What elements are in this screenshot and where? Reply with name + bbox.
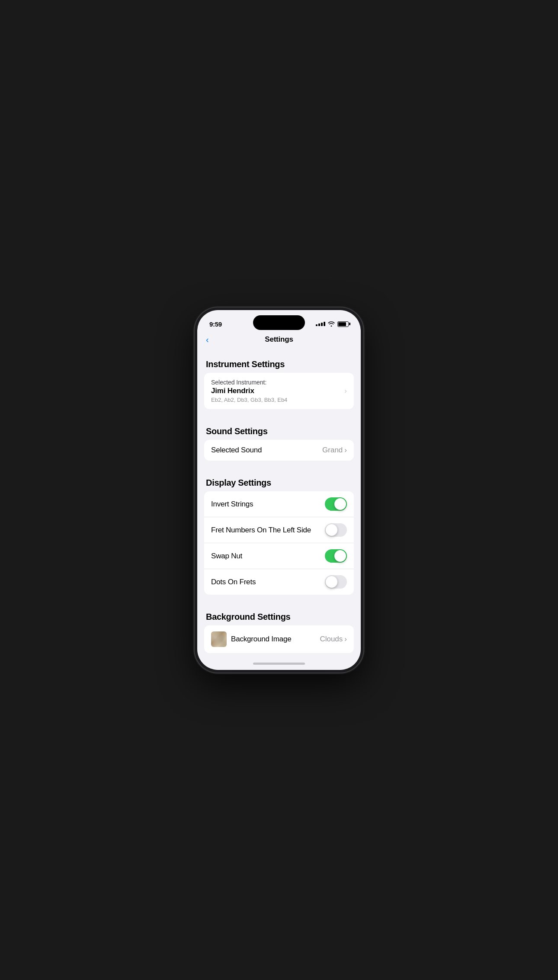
selected-sound-row[interactable]: Selected Sound Grand › [204,440,354,461]
back-button[interactable]: ‹ [206,336,209,344]
sound-settings-card[interactable]: Selected Sound Grand › [204,440,354,461]
background-chevron-icon: › [344,635,347,644]
invert-strings-toggle[interactable] [325,497,347,511]
display-settings-header: Display Settings [197,471,361,491]
home-bar [253,663,305,665]
swap-nut-label: Swap Nut [211,552,242,560]
dots-on-frets-toggle-thumb [326,576,337,588]
display-settings-card: Invert Strings Fret Numbers On The Left … [204,491,354,595]
background-settings-header: Background Settings [197,605,361,625]
chevron-right-icon: › [344,387,347,395]
instrument-label: Selected Instrument: [211,379,287,386]
phone-frame: 9:59 ‹ [195,307,363,673]
selected-sound-value: Grand › [322,446,347,455]
fret-numbers-row: Fret Numbers On The Left Side [204,517,354,543]
background-settings-card[interactable]: Background Image Clouds › [204,625,354,653]
fret-numbers-toggle-thumb [326,524,337,536]
fret-numbers-label: Fret Numbers On The Left Side [211,526,311,535]
dots-on-frets-row: Dots On Frets [204,569,354,595]
background-image-value: Clouds › [320,635,347,644]
selected-sound-text: Grand [322,446,343,455]
home-indicator [197,657,361,670]
instrument-info: Selected Instrument: Jimi Hendrix Eb2, A… [211,379,287,403]
fret-numbers-toggle[interactable] [325,523,347,537]
instrument-tuning: Eb2, Ab2, Db3, Gb3, Bb3, Eb4 [211,397,287,403]
status-bar: 9:59 [197,310,361,332]
dynamic-island [253,315,305,330]
back-chevron-icon: ‹ [206,335,209,344]
phone-screen: 9:59 ‹ [197,310,361,670]
background-image-label: Background Image [231,635,292,644]
background-image-text: Clouds [320,635,343,644]
sound-chevron-icon: › [344,446,347,455]
page-title: Settings [265,335,293,344]
invert-strings-label: Invert Strings [211,500,253,509]
settings-content: Instrument Settings Selected Instrument:… [197,349,361,657]
instrument-name: Jimi Hendrix [211,387,287,395]
selected-sound-label: Selected Sound [211,446,262,455]
wifi-icon [328,321,335,327]
status-icons [316,321,349,327]
swap-nut-row: Swap Nut [204,543,354,569]
instrument-settings-card[interactable]: Selected Instrument: Jimi Hendrix Eb2, A… [204,373,354,409]
dots-on-frets-toggle[interactable] [325,575,347,589]
selected-instrument-row[interactable]: Selected Instrument: Jimi Hendrix Eb2, A… [204,373,354,409]
navigation-bar: ‹ Settings [197,332,361,349]
instrument-settings-header: Instrument Settings [197,352,361,373]
background-image-thumbnail [211,631,227,647]
signal-icon [316,322,325,326]
status-time: 9:59 [209,320,222,328]
background-image-left: Background Image [211,631,292,647]
invert-strings-row: Invert Strings [204,491,354,517]
dots-on-frets-label: Dots On Frets [211,578,256,586]
sound-settings-header: Sound Settings [197,420,361,440]
swap-nut-toggle[interactable] [325,549,347,563]
swap-nut-toggle-thumb [334,550,346,562]
battery-icon [337,321,349,327]
invert-strings-toggle-thumb [334,498,346,510]
background-image-row[interactable]: Background Image Clouds › [204,625,354,653]
